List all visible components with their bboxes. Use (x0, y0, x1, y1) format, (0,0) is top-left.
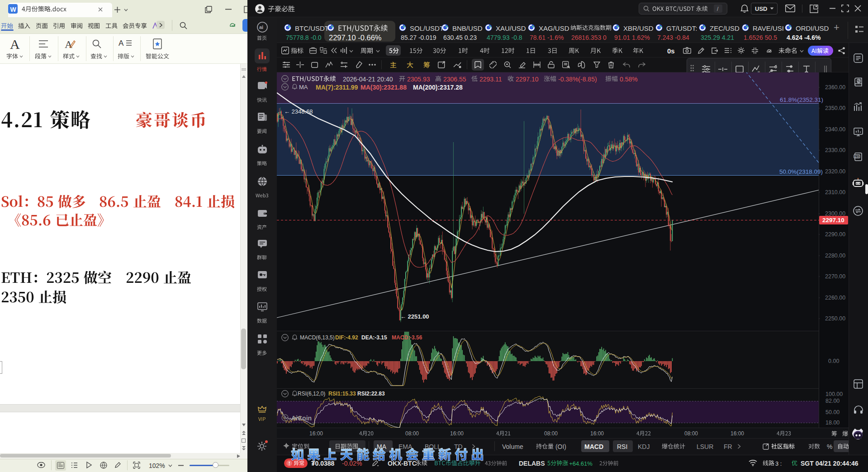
svg-text:ai: ai (259, 24, 263, 30)
svg-text:ETF: ETF (855, 155, 860, 158)
